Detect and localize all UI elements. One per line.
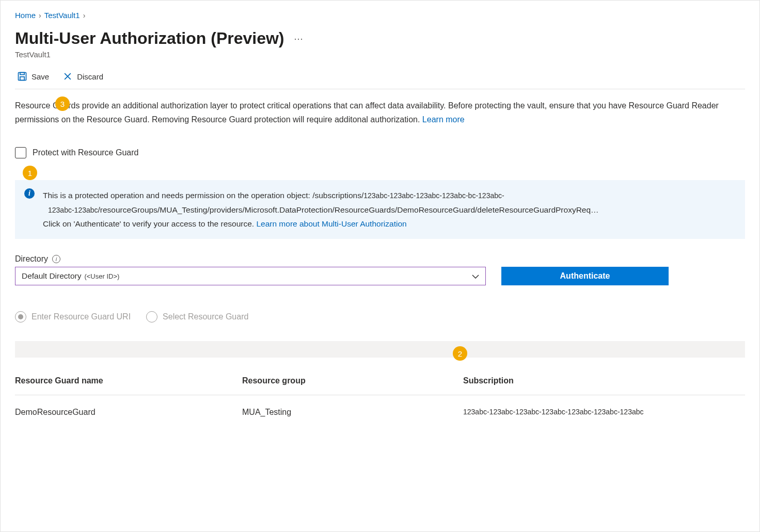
directory-label: Directory [15,254,48,264]
directory-select-value: Default Directory [22,271,81,281]
col-header-name: Resource Guard name [15,376,242,385]
description-text: Resource Guards provide an additional au… [15,99,745,126]
radio-select-guard[interactable] [146,311,157,323]
chevron-right-icon: › [39,11,41,20]
close-icon [62,71,73,82]
chevron-right-icon: › [83,11,86,20]
directory-select-hint: (<User ID>) [84,272,119,280]
info-text: This is a protected operation and needs … [43,188,736,230]
learn-more-link[interactable]: Learn more [422,115,465,124]
discard-button-label: Discard [77,72,103,81]
svg-rect-2 [20,77,24,80]
save-button-label: Save [31,72,49,81]
cell-rg: MUA_Testing [242,408,463,417]
annotation-badge-3: 3 [55,96,70,111]
info-callout: i This is a protected operation and need… [15,180,745,238]
col-header-sub: Subscription [463,376,745,385]
annotation-badge-1: 1 [23,166,37,180]
info-icon: i [24,188,35,199]
info-learn-more-link[interactable]: Learn more about Multi-User Authorizatio… [256,219,406,228]
breadcrumb-vault[interactable]: TestVault1 [44,11,80,20]
col-header-rg: Resource group [242,376,463,385]
cell-sub: 123abc-123abc-123abc-123abc-123abc-123ab… [463,408,745,417]
save-icon [17,71,27,82]
protect-checkbox[interactable] [15,147,26,158]
discard-button[interactable]: Discard [60,69,105,84]
protect-checkbox-row: Protect with Resource Guard [15,147,745,158]
more-icon[interactable]: ⋯ [294,33,304,44]
page-title: Multi-User Authorization (Preview) [15,29,284,48]
annotation-badge-2: 2 [453,346,467,361]
cell-name: DemoResourceGuard [15,408,242,417]
help-icon[interactable]: i [52,255,60,263]
save-button[interactable]: Save [15,69,51,84]
separator-bar [15,341,745,358]
page-subtitle: TestVault1 [15,50,745,59]
radio-select-guard-label: Select Resource Guard [163,312,248,321]
protect-checkbox-label: Protect with Resource Guard [33,148,138,157]
resource-guard-table: Resource Guard name Resource group Subsc… [15,376,745,417]
toolbar: Save Discard [15,69,745,89]
breadcrumb: Home › TestVault1 › [15,11,745,20]
radio-enter-uri-label: Enter Resource Guard URI [31,312,131,321]
directory-select[interactable]: Default Directory (<User ID>) [15,267,486,285]
authenticate-button[interactable]: Authenticate [501,267,669,285]
breadcrumb-home[interactable]: Home [15,11,36,20]
chevron-down-icon [472,271,479,281]
svg-rect-1 [20,73,24,75]
table-row[interactable]: DemoResourceGuard MUA_Testing 123abc-123… [15,408,745,417]
resource-guard-mode-radios: Enter Resource Guard URI Select Resource… [15,311,745,323]
radio-enter-uri[interactable] [15,311,26,323]
